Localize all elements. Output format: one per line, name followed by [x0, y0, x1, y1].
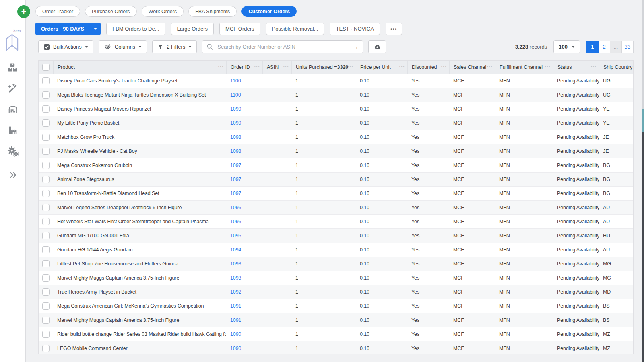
order-id-link[interactable]: 1098: [230, 148, 241, 154]
factory-icon[interactable]: [0, 125, 25, 135]
top-tab-work-orders[interactable]: Work Orders: [142, 6, 184, 17]
order-id-link[interactable]: 1090: [230, 331, 241, 337]
top-tab-customer-orders[interactable]: Customer Orders: [242, 6, 297, 17]
row-checkbox-cell[interactable]: [39, 302, 53, 310]
row-checkbox-cell[interactable]: [39, 105, 53, 113]
order-id-link[interactable]: 1097: [230, 177, 241, 182]
row-checkbox[interactable]: [42, 260, 50, 267]
order-id-link[interactable]: 1091: [230, 317, 241, 323]
order-id-link[interactable]: 1100: [230, 78, 241, 84]
collapse-chevrons-icon[interactable]: [0, 171, 25, 179]
top-tab-order-tracker[interactable]: Order Tracker: [35, 6, 80, 17]
row-checkbox-cell[interactable]: [39, 134, 53, 141]
view-tab-mcf-orders[interactable]: MCF Orders: [219, 23, 260, 35]
order-id-link[interactable]: 1093: [230, 275, 241, 281]
column-header-discounted[interactable]: Discounted: [407, 61, 449, 74]
row-checkbox[interactable]: [42, 288, 50, 296]
pagination-item-[interactable]: ...: [610, 41, 622, 53]
search-input[interactable]: [217, 43, 352, 50]
pagination-item-1[interactable]: 1: [586, 41, 599, 53]
row-checkbox[interactable]: [42, 204, 50, 211]
row-checkbox-cell[interactable]: [39, 331, 53, 338]
row-checkbox-cell[interactable]: [39, 288, 53, 296]
row-checkbox[interactable]: [42, 246, 50, 253]
row-checkbox[interactable]: [42, 176, 50, 183]
warehouse-icon[interactable]: [0, 104, 25, 114]
row-checkbox-cell[interactable]: [39, 246, 53, 253]
row-checkbox-cell[interactable]: [39, 176, 53, 183]
view-tab-possible-removal[interactable]: Possible Removal...: [266, 23, 324, 35]
order-id-link[interactable]: 1091: [230, 303, 241, 309]
export-button[interactable]: [368, 40, 386, 53]
row-checkbox-cell[interactable]: [39, 91, 53, 99]
order-id-link[interactable]: 1097: [230, 191, 241, 196]
row-checkbox-cell[interactable]: [39, 345, 53, 352]
row-checkbox[interactable]: [42, 105, 50, 113]
page-size-select[interactable]: 100: [553, 40, 580, 53]
order-id-link[interactable]: 1098: [230, 134, 241, 140]
select-all-checkbox-cell[interactable]: [39, 61, 53, 74]
select-all-checkbox[interactable]: [42, 64, 50, 71]
magic-wand-icon[interactable]: [0, 83, 25, 94]
row-checkbox[interactable]: [42, 91, 50, 99]
row-checkbox-cell[interactable]: [39, 274, 53, 282]
row-checkbox-cell[interactable]: [39, 162, 53, 169]
order-id-link[interactable]: 1097: [230, 162, 241, 168]
filters-button[interactable]: 2 Filters: [152, 40, 197, 53]
row-checkbox[interactable]: [42, 119, 50, 127]
row-checkbox-cell[interactable]: [39, 232, 53, 239]
view-tab-test-novica[interactable]: TEST - NOVICA: [330, 23, 380, 35]
bulk-actions-button[interactable]: Bulk Actions: [38, 40, 93, 53]
gears-icon[interactable]: [0, 146, 25, 157]
search-submit-arrow-icon[interactable]: →: [352, 43, 359, 51]
row-checkbox[interactable]: [42, 190, 50, 197]
pagination-item-2[interactable]: 2: [598, 41, 610, 53]
row-checkbox-cell[interactable]: [39, 190, 53, 197]
columns-button[interactable]: Columns: [99, 40, 147, 53]
order-id-link[interactable]: 1092: [230, 289, 241, 295]
row-checkbox[interactable]: [42, 345, 50, 352]
order-id-link[interactable]: 1096: [230, 219, 241, 224]
order-id-link[interactable]: 1094: [230, 247, 241, 253]
row-checkbox-cell[interactable]: [39, 204, 53, 211]
column-header-sales-channel[interactable]: Sales Channel: [449, 61, 495, 74]
saved-view-caret[interactable]: [90, 23, 101, 35]
view-tab-large-orders[interactable]: Large Orders: [171, 23, 214, 35]
column-header-status[interactable]: Status: [553, 61, 599, 74]
add-button[interactable]: +: [17, 5, 30, 18]
row-checkbox[interactable]: [42, 134, 50, 141]
top-tab-purchase-orders[interactable]: Purchase Orders: [85, 6, 136, 17]
column-header-price[interactable]: Price per Unit: [356, 61, 407, 74]
column-header-ship-country[interactable]: Ship Country: [599, 61, 633, 74]
top-tab-fba-shipments[interactable]: FBA Shipments: [188, 6, 237, 17]
row-checkbox-cell[interactable]: [39, 317, 53, 324]
column-header-fulfillment-channel[interactable]: Fulfillment Channel: [495, 61, 553, 74]
row-checkbox[interactable]: [42, 232, 50, 239]
row-checkbox[interactable]: [42, 274, 50, 282]
row-checkbox[interactable]: [42, 77, 50, 84]
view-tab-fbm-orders-to-de[interactable]: FBM Orders to De...: [106, 23, 165, 35]
pagination-item-33[interactable]: 33: [621, 41, 634, 53]
order-id-link[interactable]: 1100: [230, 92, 241, 98]
order-id-link[interactable]: 1096: [230, 205, 241, 210]
column-header-units[interactable]: Units Purchased = 3320: [291, 61, 356, 74]
order-id-link[interactable]: 1095: [230, 233, 241, 239]
row-checkbox[interactable]: [42, 218, 50, 225]
order-id-link[interactable]: 1090: [230, 346, 241, 351]
column-header-product[interactable]: Product: [53, 61, 226, 74]
row-checkbox[interactable]: [42, 148, 50, 155]
row-checkbox-cell[interactable]: [39, 148, 53, 155]
order-id-link[interactable]: 1099: [230, 120, 241, 126]
row-checkbox[interactable]: [42, 162, 50, 169]
order-id-link[interactable]: 1093: [230, 261, 241, 267]
column-header-order-id[interactable]: Order ID: [226, 61, 262, 74]
order-id-link[interactable]: 1099: [230, 106, 241, 112]
saved-view-primary[interactable]: Orders - 90 DAYS: [35, 23, 101, 35]
column-header-asin[interactable]: ASIN: [262, 61, 291, 74]
row-checkbox[interactable]: [42, 331, 50, 338]
row-checkbox-cell[interactable]: [39, 218, 53, 225]
saved-view-primary-label[interactable]: Orders - 90 DAYS: [35, 23, 90, 35]
packages-icon[interactable]: [0, 62, 25, 72]
more-views-button[interactable]: •••: [386, 23, 402, 35]
row-checkbox-cell[interactable]: [39, 260, 53, 267]
